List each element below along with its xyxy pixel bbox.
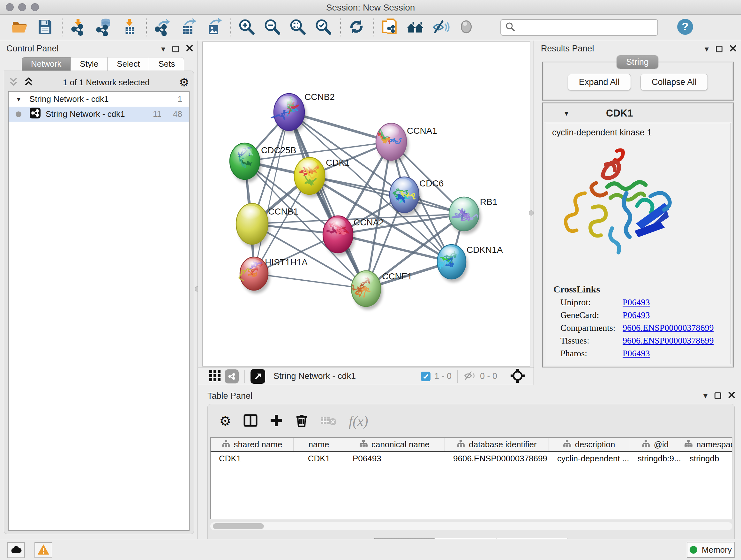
node-gloss bbox=[453, 199, 472, 210]
expand-all-button[interactable]: Expand All bbox=[568, 74, 631, 90]
float-panel-icon[interactable] bbox=[172, 46, 179, 52]
table-row[interactable]: CDK1CDK1P064939606.ENSP00000378699cyclin… bbox=[211, 452, 732, 466]
right-splitter-handle[interactable] bbox=[529, 210, 534, 215]
table-cell[interactable]: CDK1 bbox=[211, 452, 293, 466]
table-cell[interactable]: cyclin-dependent ... bbox=[549, 452, 629, 466]
node-RB1[interactable]: RB1 bbox=[449, 197, 497, 234]
gene-header-row[interactable]: ▾ CDK1 bbox=[544, 105, 732, 122]
search-input[interactable] bbox=[516, 22, 650, 32]
zoom-in-button[interactable] bbox=[236, 17, 257, 38]
add-column-icon[interactable] bbox=[270, 414, 283, 428]
clone-network-button[interactable] bbox=[379, 17, 400, 38]
node-table: shared namenamecanonical namedatabase id… bbox=[210, 437, 732, 519]
crosslink-link[interactable]: P06493 bbox=[623, 310, 650, 320]
panel-menu-icon[interactable]: ▾ bbox=[703, 391, 708, 400]
close-panel-icon[interactable] bbox=[728, 391, 735, 400]
node-CDK1[interactable]: CDK1 bbox=[294, 158, 350, 198]
table-hscrollbar[interactable] bbox=[210, 522, 732, 530]
fit-crosshair-icon[interactable] bbox=[510, 368, 525, 385]
table-cell[interactable]: stringdb bbox=[681, 452, 732, 466]
export-table-button[interactable] bbox=[178, 17, 199, 38]
node-CDC25B[interactable]: CDC25B bbox=[230, 143, 296, 183]
export-image-button[interactable] bbox=[203, 17, 224, 38]
column-header-label: @id bbox=[654, 440, 669, 449]
tab-style[interactable]: Style bbox=[71, 57, 108, 71]
column-header-canonical-name[interactable]: canonical name bbox=[344, 438, 445, 451]
table-cell[interactable]: CDK1 bbox=[293, 452, 344, 466]
collapse-all-button[interactable]: Collapse All bbox=[641, 74, 708, 90]
node-gloss bbox=[241, 206, 260, 220]
table-cell[interactable]: stringdb:9... bbox=[629, 452, 681, 466]
table-options-gear-icon[interactable]: ⚙ bbox=[219, 415, 231, 428]
help-button[interactable]: ? bbox=[675, 17, 696, 38]
panel-menu-icon[interactable]: ▾ bbox=[704, 45, 709, 53]
grid-view-icon[interactable] bbox=[209, 369, 221, 383]
table-hscroll-thumb[interactable] bbox=[213, 523, 264, 529]
close-panel-icon[interactable] bbox=[186, 45, 193, 53]
column-header-database-identifier[interactable]: database identifier bbox=[445, 438, 549, 451]
save-session-button[interactable] bbox=[35, 17, 56, 38]
node-CDC6[interactable]: CDC6 bbox=[390, 177, 444, 216]
table-cell[interactable]: P06493 bbox=[344, 452, 445, 466]
hidden-eye-icon[interactable] bbox=[463, 370, 476, 382]
table-cell[interactable]: 9606.ENSP00000378699 bbox=[445, 452, 549, 466]
zoom-out-button[interactable] bbox=[262, 17, 283, 38]
float-panel-icon[interactable] bbox=[715, 392, 721, 399]
collapse-triangle-icon[interactable]: ▾ bbox=[564, 109, 568, 118]
highlight-button[interactable] bbox=[456, 17, 477, 38]
gene-name: CDK1 bbox=[606, 108, 633, 119]
column-header-name[interactable]: name bbox=[293, 438, 344, 451]
tab-sets[interactable]: Sets bbox=[149, 57, 184, 71]
network-row[interactable]: String Network - cdk1 11 48 bbox=[9, 107, 189, 122]
expand-all-icon[interactable] bbox=[24, 76, 33, 88]
cloud-button[interactable] bbox=[7, 542, 25, 558]
collapse-all-icon[interactable] bbox=[9, 76, 18, 88]
node-CCNE1[interactable]: CCNE1 bbox=[351, 271, 412, 310]
selected-checkbox-icon[interactable] bbox=[421, 372, 430, 381]
crosslink-link[interactable]: 9606.ENSP00000378699 bbox=[623, 323, 714, 333]
tab-network[interactable]: Network bbox=[22, 57, 71, 71]
crosslink-link[interactable]: P06493 bbox=[623, 348, 650, 359]
network-share-icon[interactable] bbox=[225, 369, 239, 383]
network-options-gear-icon[interactable]: ⚙ bbox=[179, 77, 189, 88]
memory-button[interactable]: Memory bbox=[687, 542, 735, 558]
tab-select[interactable]: Select bbox=[108, 57, 149, 71]
export-network-button[interactable] bbox=[152, 17, 173, 38]
search-box[interactable] bbox=[500, 19, 658, 36]
tab-string[interactable]: String bbox=[616, 55, 658, 69]
network-collection-row[interactable]: ▾ String Network - cdk1 1 bbox=[9, 91, 189, 107]
network-canvas[interactable]: CCNB2CCNA1CDC25BCDK1CDC6RB1CCNB1CCNA2CDK… bbox=[202, 42, 530, 367]
import-database-button[interactable] bbox=[93, 17, 114, 38]
delete-column-icon[interactable] bbox=[295, 414, 308, 429]
close-panel-icon[interactable] bbox=[730, 45, 737, 53]
import-network-button[interactable] bbox=[68, 17, 89, 38]
zoom-selected-button[interactable] bbox=[313, 17, 334, 38]
crosslink-link[interactable]: 9606.ENSP00000378699 bbox=[623, 335, 714, 346]
warnings-button[interactable] bbox=[35, 542, 52, 558]
node-CCNB2[interactable]: CCNB2 bbox=[271, 92, 335, 134]
import-table-button[interactable] bbox=[119, 17, 140, 38]
column-header-shared-name[interactable]: shared name bbox=[211, 438, 293, 451]
column-header-description[interactable]: description bbox=[549, 438, 629, 451]
show-hide-button[interactable] bbox=[430, 17, 451, 38]
column-header-@id[interactable]: @id bbox=[629, 438, 681, 451]
show-columns-icon[interactable] bbox=[244, 414, 258, 428]
current-network-dot-icon bbox=[16, 111, 21, 117]
collapse-triangle-icon[interactable]: ▾ bbox=[17, 95, 20, 104]
column-header-label: description bbox=[575, 440, 615, 449]
panel-menu-icon[interactable]: ▾ bbox=[161, 45, 165, 53]
open-session-button[interactable] bbox=[9, 17, 30, 38]
zoom-fit-button[interactable] bbox=[287, 17, 308, 38]
float-panel-icon[interactable] bbox=[716, 46, 723, 52]
gene-description: cyclin-dependent kinase 1 bbox=[552, 128, 730, 138]
column-header-label: name bbox=[308, 440, 329, 449]
refresh-button[interactable] bbox=[346, 17, 367, 38]
first-neighbors-button[interactable] bbox=[405, 17, 426, 38]
edge-CCNE1-HIST1H1A[interactable] bbox=[254, 273, 366, 289]
help-icon: ? bbox=[676, 18, 694, 37]
column-header-namespac[interactable]: namespac bbox=[681, 438, 732, 451]
node-HIST1H1A[interactable]: HIST1H1A bbox=[239, 257, 308, 294]
birdseye-toggle-icon[interactable] bbox=[251, 369, 265, 384]
crosslink-link[interactable]: P06493 bbox=[623, 297, 650, 307]
node-CDKN1A[interactable]: CDKN1A bbox=[437, 245, 503, 282]
